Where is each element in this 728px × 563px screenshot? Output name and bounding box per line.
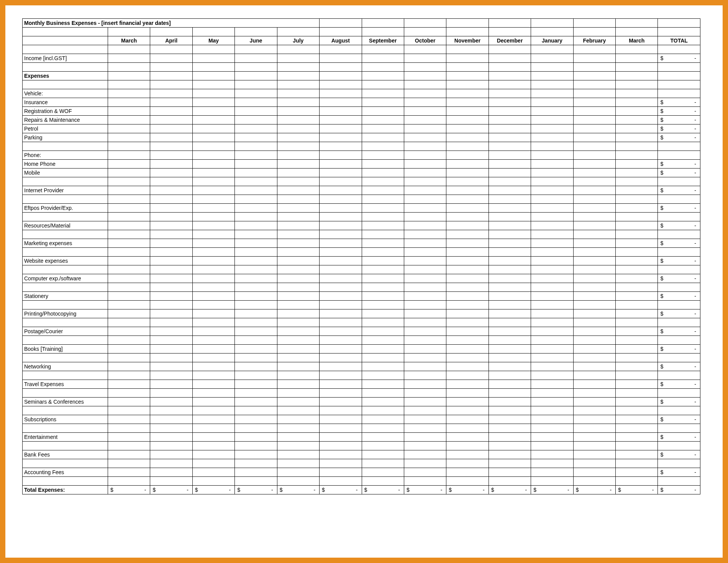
expense-month-cell[interactable] xyxy=(573,362,615,371)
expense-month-cell[interactable] xyxy=(531,415,573,424)
expense-month-cell[interactable] xyxy=(320,345,362,354)
expense-month-cell[interactable] xyxy=(489,98,531,107)
expense-month-cell[interactable] xyxy=(235,292,277,301)
expense-month-cell[interactable] xyxy=(362,398,404,406)
expense-month-cell[interactable] xyxy=(108,124,150,133)
expense-month-cell[interactable] xyxy=(573,204,615,213)
expense-month-cell[interactable] xyxy=(192,309,234,318)
expense-month-cell[interactable] xyxy=(616,221,658,230)
expense-month-cell[interactable] xyxy=(573,415,615,424)
expense-month-cell[interactable] xyxy=(531,133,573,142)
expense-month-cell[interactable] xyxy=(489,116,531,124)
income-month-cell[interactable] xyxy=(362,54,404,63)
expense-month-cell[interactable] xyxy=(362,362,404,371)
expense-month-cell[interactable] xyxy=(446,239,489,248)
expense-month-cell[interactable] xyxy=(446,292,489,301)
expense-month-cell[interactable] xyxy=(362,327,404,336)
expense-month-cell[interactable] xyxy=(150,169,192,177)
expense-month-cell[interactable] xyxy=(531,98,573,107)
expense-month-cell[interactable] xyxy=(573,124,615,133)
expense-month-cell[interactable] xyxy=(192,160,234,169)
expense-month-cell[interactable] xyxy=(573,239,615,248)
expense-month-cell[interactable] xyxy=(108,186,150,195)
expense-month-cell[interactable] xyxy=(446,124,489,133)
expense-month-cell[interactable] xyxy=(531,116,573,124)
expense-month-cell[interactable] xyxy=(531,186,573,195)
expense-month-cell[interactable] xyxy=(108,116,150,124)
expense-month-cell[interactable] xyxy=(616,116,658,124)
expense-month-cell[interactable] xyxy=(404,398,446,406)
expense-month-cell[interactable] xyxy=(150,186,192,195)
expense-month-cell[interactable] xyxy=(192,415,234,424)
expense-month-cell[interactable] xyxy=(362,98,404,107)
expense-month-cell[interactable] xyxy=(362,116,404,124)
expense-month-cell[interactable] xyxy=(277,362,319,371)
expense-month-cell[interactable] xyxy=(277,327,319,336)
expense-month-cell[interactable] xyxy=(108,380,150,389)
expense-month-cell[interactable] xyxy=(320,124,362,133)
expense-month-cell[interactable] xyxy=(108,327,150,336)
expense-month-cell[interactable] xyxy=(489,292,531,301)
expense-month-cell[interactable] xyxy=(573,292,615,301)
expense-month-cell[interactable] xyxy=(489,433,531,442)
expense-month-cell[interactable] xyxy=(446,133,489,142)
expense-month-cell[interactable] xyxy=(150,415,192,424)
expense-month-cell[interactable] xyxy=(362,169,404,177)
income-month-cell[interactable] xyxy=(108,54,150,63)
expense-month-cell[interactable] xyxy=(235,169,277,177)
expense-month-cell[interactable] xyxy=(192,327,234,336)
expense-month-cell[interactable] xyxy=(235,204,277,213)
expense-month-cell[interactable] xyxy=(192,116,234,124)
expense-month-cell[interactable] xyxy=(362,345,404,354)
expense-month-cell[interactable] xyxy=(108,398,150,406)
expense-month-cell[interactable] xyxy=(192,433,234,442)
expense-month-cell[interactable] xyxy=(192,107,234,116)
expense-month-cell[interactable] xyxy=(320,204,362,213)
expense-month-cell[interactable] xyxy=(573,257,615,265)
income-month-cell[interactable] xyxy=(573,54,615,63)
expense-month-cell[interactable] xyxy=(616,468,658,477)
expense-month-cell[interactable] xyxy=(192,221,234,230)
expense-month-cell[interactable] xyxy=(616,433,658,442)
expense-month-cell[interactable] xyxy=(235,433,277,442)
expense-month-cell[interactable] xyxy=(235,124,277,133)
expense-month-cell[interactable] xyxy=(235,133,277,142)
expense-month-cell[interactable] xyxy=(362,450,404,459)
expense-month-cell[interactable] xyxy=(235,468,277,477)
expense-month-cell[interactable] xyxy=(446,380,489,389)
expense-month-cell[interactable] xyxy=(616,362,658,371)
expense-month-cell[interactable] xyxy=(531,398,573,406)
expense-month-cell[interactable] xyxy=(616,133,658,142)
expense-month-cell[interactable] xyxy=(531,450,573,459)
expense-month-cell[interactable] xyxy=(320,468,362,477)
expense-month-cell[interactable] xyxy=(235,415,277,424)
income-month-cell[interactable] xyxy=(150,54,192,63)
expense-month-cell[interactable] xyxy=(150,124,192,133)
expense-month-cell[interactable] xyxy=(108,204,150,213)
expense-month-cell[interactable] xyxy=(446,468,489,477)
expense-month-cell[interactable] xyxy=(616,345,658,354)
expense-month-cell[interactable] xyxy=(108,345,150,354)
expense-month-cell[interactable] xyxy=(277,124,319,133)
expense-month-cell[interactable] xyxy=(150,160,192,169)
expense-month-cell[interactable] xyxy=(404,433,446,442)
expense-month-cell[interactable] xyxy=(404,309,446,318)
expense-month-cell[interactable] xyxy=(362,204,404,213)
expense-month-cell[interactable] xyxy=(362,221,404,230)
expense-month-cell[interactable] xyxy=(616,239,658,248)
expense-month-cell[interactable] xyxy=(277,221,319,230)
expense-month-cell[interactable] xyxy=(616,327,658,336)
expense-month-cell[interactable] xyxy=(489,160,531,169)
expense-month-cell[interactable] xyxy=(362,309,404,318)
expense-month-cell[interactable] xyxy=(192,239,234,248)
expense-month-cell[interactable] xyxy=(150,433,192,442)
expense-month-cell[interactable] xyxy=(192,124,234,133)
expense-month-cell[interactable] xyxy=(108,133,150,142)
expense-month-cell[interactable] xyxy=(531,433,573,442)
expense-month-cell[interactable] xyxy=(573,169,615,177)
expense-month-cell[interactable] xyxy=(489,327,531,336)
expense-month-cell[interactable] xyxy=(108,169,150,177)
expense-month-cell[interactable] xyxy=(616,274,658,283)
expense-month-cell[interactable] xyxy=(277,107,319,116)
expense-month-cell[interactable] xyxy=(192,169,234,177)
